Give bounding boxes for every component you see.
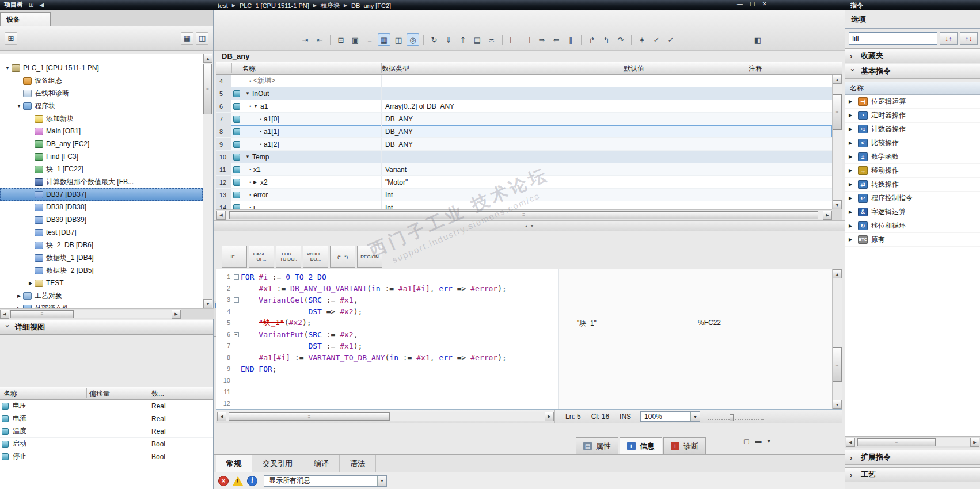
reset-start-values-icon[interactable]: ⊟ [335, 33, 347, 46]
detail-view-row[interactable]: 电压Real [0, 400, 213, 412]
tab-diagnostics[interactable]: +诊断 [663, 437, 706, 454]
expander-icon[interactable]: ▶ [849, 237, 854, 242]
tree-item[interactable]: 在线和诊断 [0, 87, 203, 100]
detail-view-row[interactable]: 启动Bool [0, 438, 213, 450]
search-input[interactable] [849, 32, 937, 45]
scroll-left-icon[interactable]: ◀ [216, 211, 226, 220]
tree-item[interactable]: 添加新块 [0, 112, 203, 125]
tree-item[interactable]: ▼程序块 [0, 100, 203, 112]
scroll-right-icon[interactable]: ▶ [545, 412, 554, 421]
tree-item[interactable]: 数据块_1 [DB4] [0, 251, 203, 264]
tab-devices[interactable]: 设备 [0, 12, 51, 26]
tab-语法[interactable]: 语法 [340, 455, 376, 472]
scroll-thumb[interactable]: ≡ [229, 412, 390, 421]
interface-horizontal-scrollbar[interactable]: ◀ ≡ ▶ [216, 209, 832, 220]
scroll-thumb[interactable]: ≡ [10, 310, 74, 318]
refresh-references-icon[interactable]: ↷ [614, 33, 627, 46]
settings-icon[interactable]: ✶ [636, 33, 648, 46]
tab-properties[interactable]: ▤属性 [576, 437, 618, 454]
instruction-group[interactable]: ▶⊣位逻辑运算 [845, 95, 980, 109]
snippet-tab[interactable]: CASE... OF... [249, 246, 274, 268]
expander-icon[interactable]: ▼ [253, 104, 260, 109]
expander-icon[interactable]: ▶ [849, 223, 854, 228]
maximize-inspector-icon[interactable]: ▢ [743, 437, 749, 445]
instruction-group[interactable]: ▶±数学函数 [845, 150, 980, 164]
editor-layout-icon[interactable]: ◧ [751, 33, 764, 46]
scl-code-editor[interactable]: 1−FOR #i := 0 TO 2 DO2 #x1 := DB_ANY_TO_… [216, 269, 842, 410]
find-up-button[interactable]: ↑↓ [960, 32, 978, 45]
scroll-down-icon[interactable]: ▼ [833, 400, 842, 409]
scroll-down-icon[interactable]: ▼ [833, 200, 842, 209]
instruction-group[interactable]: ▶↻移位和循环 [845, 219, 980, 233]
warning-filter-icon[interactable]: ! [233, 476, 243, 486]
expander-icon[interactable]: ▶ [26, 281, 35, 286]
slider-thumb[interactable] [730, 414, 734, 421]
expander-icon[interactable]: ▶ [849, 209, 854, 215]
align-columns-icon[interactable]: ∥ [564, 33, 577, 46]
scroll-left-icon[interactable]: ◀ [217, 412, 226, 421]
tree-item[interactable]: DB37 [DB37] [0, 188, 203, 201]
scroll-up-icon[interactable]: ▲ [833, 75, 842, 84]
error-filter-icon[interactable]: × [218, 476, 229, 486]
code-vertical-scrollbar[interactable]: ▲ ≡ ▼ [832, 269, 842, 409]
collapse-icon[interactable]: − [234, 297, 239, 303]
tree-item[interactable]: ▶工艺对象 [0, 289, 203, 302]
instruction-group[interactable]: ▶<比较操作 [845, 136, 980, 150]
interface-row[interactable]: 6▪▼a1Array[0..2] of DB_ANY [216, 100, 832, 113]
breadcrumb-item[interactable]: 程序块 [321, 1, 340, 10]
interface-row[interactable]: 10▼Temp [216, 151, 832, 163]
copy-snapshot-icon[interactable]: ▤ [471, 33, 484, 46]
collapse-inspector-icon[interactable]: ▬ [755, 437, 761, 445]
tree-item[interactable]: 数据块_2 [DB5] [0, 264, 203, 277]
expander-icon[interactable]: ▶ [849, 196, 854, 201]
absolute-operands-icon[interactable]: ⊢ [507, 33, 519, 46]
scroll-up-icon[interactable]: ▲ [833, 269, 842, 278]
instruction-group[interactable]: ▶ETC原有 [845, 233, 980, 247]
scroll-down-icon[interactable]: ▼ [203, 299, 212, 308]
expander-icon[interactable]: ▶ [849, 154, 854, 159]
breadcrumb-item[interactable]: test [218, 2, 228, 9]
zoom-slider[interactable] [708, 413, 764, 420]
tab-info[interactable]: i信息 [620, 437, 662, 454]
section-technology[interactable]: › 工艺 [845, 467, 980, 482]
go-to-next-icon[interactable]: ↱ [586, 33, 598, 46]
tree-item[interactable]: 块_1 [FC22] [0, 163, 203, 175]
update-interface-icon[interactable]: ↻ [428, 33, 440, 46]
interface-row[interactable]: 13▪errorInt [216, 189, 832, 201]
breadcrumb-item[interactable]: DB_any [FC2] [351, 2, 391, 9]
tree-item[interactable]: 块_2_DB [DB6] [0, 239, 203, 251]
expander-icon[interactable]: ▼ [245, 91, 252, 96]
tab-常规[interactable]: 常规 [216, 455, 252, 472]
instruction-group[interactable]: ▶→移动操作 [845, 164, 980, 178]
expander-icon[interactable]: ▶ [15, 293, 23, 299]
instruction-group[interactable]: ▶◔定时器操作 [845, 109, 980, 123]
scroll-thumb[interactable]: ≡ [833, 347, 842, 382]
scroll-right-icon[interactable]: ▶ [823, 211, 832, 220]
outdent-icon[interactable]: ⇐ [550, 33, 563, 46]
section-favorites[interactable]: › 收藏夹 [845, 48, 980, 63]
snippet-tab[interactable]: REGION [357, 246, 382, 268]
interface-row[interactable]: 14▪iInt [216, 201, 832, 209]
editor-splitter[interactable]: ⋯▴▾⋯ [214, 220, 845, 231]
detail-view-row[interactable]: 停止Bool [0, 450, 213, 463]
chevron-down-icon[interactable]: ▾ [767, 437, 770, 445]
check-syntax-icon[interactable]: ✓ [650, 33, 663, 46]
tree-item[interactable]: ▶外部源文件 [0, 302, 203, 308]
tree-item[interactable]: ▶TEST [0, 277, 203, 289]
interface-vertical-scrollbar[interactable]: ▲ ≡ ▼ [832, 75, 842, 209]
scroll-right-icon[interactable]: ▶ [970, 438, 979, 447]
chevron-down-icon[interactable]: ▼ [377, 476, 386, 486]
instructions-horizontal-scrollbar[interactable]: ◀ ≡ ▶ [845, 436, 980, 448]
upload-values-icon[interactable]: ⇑ [457, 33, 469, 46]
snippet-tab[interactable]: IF... [222, 246, 247, 268]
details-view-icon[interactable]: ▦ [181, 32, 193, 45]
tree-overview-icon[interactable]: ⊞ [5, 32, 17, 45]
tree-vertical-scrollbar[interactable]: ▲ ≡ ▼ [203, 54, 212, 308]
scroll-thumb[interactable]: ≡ [203, 64, 212, 114]
snippet-tab[interactable]: (*...*) [330, 246, 355, 268]
float-panel-icon[interactable]: ⊞ [29, 2, 33, 8]
scroll-left-icon[interactable]: ◀ [846, 438, 855, 447]
tab-编译[interactable]: 编译 [303, 455, 340, 472]
collapse-icon[interactable]: − [234, 274, 239, 280]
keep-actual-values-icon[interactable]: ▣ [349, 33, 362, 46]
